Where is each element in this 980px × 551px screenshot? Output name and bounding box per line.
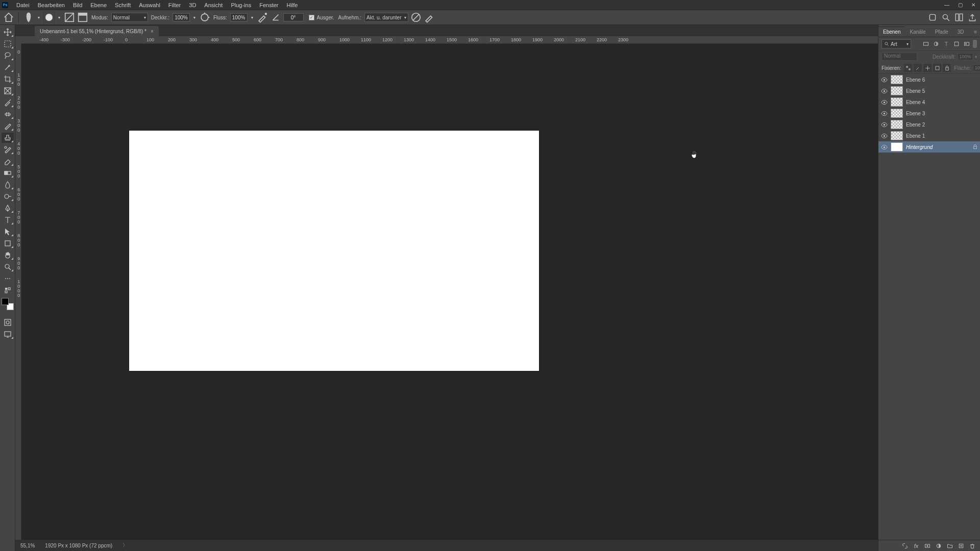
lock-nesting-button[interactable]: [933, 64, 941, 72]
visibility-eye-icon[interactable]: [880, 98, 888, 106]
pressure-opacity-button[interactable]: [199, 12, 210, 23]
brush-panel-button[interactable]: [77, 12, 88, 23]
ignore-adjustment-button[interactable]: [410, 12, 422, 23]
menu-ebene[interactable]: Ebene: [86, 1, 111, 9]
filter-smart-icon[interactable]: [963, 40, 971, 48]
layer-name[interactable]: Ebene 5: [906, 88, 925, 94]
menu-hilfe[interactable]: Hilfe: [282, 1, 302, 9]
blend-mode-select[interactable]: Normal▾: [111, 13, 148, 22]
panel-tab-ebenen[interactable]: Ebenen: [878, 27, 905, 37]
new-layer-button[interactable]: [958, 542, 965, 549]
frame-tool[interactable]: [2, 86, 14, 96]
menu-auswahl[interactable]: Auswahl: [135, 1, 164, 9]
layer-thumbnail[interactable]: [891, 109, 903, 118]
airbrush-button[interactable]: [257, 12, 268, 23]
filter-adjust-icon[interactable]: [932, 40, 940, 48]
blur-tool[interactable]: [2, 180, 14, 190]
angle-input[interactable]: [283, 13, 304, 21]
dropdown-icon[interactable]: ▾: [36, 15, 41, 20]
brush-preview[interactable]: [43, 12, 55, 23]
menu-ansicht[interactable]: Ansicht: [200, 1, 227, 9]
window-minimize-button[interactable]: —: [940, 0, 953, 10]
panel-tab-kanäle[interactable]: Kanäle: [905, 27, 930, 37]
window-maximize-button[interactable]: ▢: [953, 0, 967, 10]
layer-mask-button[interactable]: [924, 542, 931, 549]
canvas-background[interactable]: [21, 44, 878, 540]
home-button[interactable]: [3, 12, 14, 23]
history-brush-tool[interactable]: [2, 144, 14, 155]
layer-name[interactable]: Ebene 1: [906, 133, 925, 139]
panel-menu-button[interactable]: ≡: [971, 27, 980, 37]
layer-row[interactable]: Ebene 6: [878, 74, 980, 85]
layer-row[interactable]: Ebene 5: [878, 85, 980, 96]
flow-input[interactable]: [230, 13, 248, 21]
visibility-eye-icon[interactable]: [880, 121, 888, 128]
cloud-docs-button[interactable]: [928, 13, 937, 22]
zoom-tool[interactable]: [2, 262, 14, 272]
visibility-eye-icon[interactable]: [880, 143, 888, 151]
lock-all-button[interactable]: [943, 64, 951, 72]
tool-preset-picker[interactable]: [23, 12, 34, 23]
layer-name[interactable]: Ebene 3: [906, 111, 925, 116]
layer-thumbnail[interactable]: [891, 131, 903, 140]
visibility-eye-icon[interactable]: [880, 76, 888, 83]
visibility-eye-icon[interactable]: [880, 87, 888, 94]
color-swatches[interactable]: [2, 298, 14, 310]
healing-tool[interactable]: [2, 109, 14, 119]
menu-bild[interactable]: Bild: [69, 1, 86, 9]
dropdown-icon[interactable]: ▾: [192, 15, 197, 20]
layer-thumbnail[interactable]: [891, 142, 903, 152]
layer-row[interactable]: Ebene 2: [878, 119, 980, 130]
layer-blend-select[interactable]: Normal: [881, 53, 917, 61]
eraser-tool[interactable]: [2, 156, 14, 166]
layer-name[interactable]: Ebene 2: [906, 122, 925, 128]
filter-pixel-icon[interactable]: [922, 40, 930, 48]
crop-tool[interactable]: [2, 74, 14, 84]
layer-filter-select[interactable]: Art▾: [881, 39, 911, 48]
document-tab[interactable]: Unbenannt-1 bei 55,1% (Hintergrund, RGB/…: [35, 26, 159, 36]
search-button[interactable]: [941, 13, 950, 22]
sample-select[interactable]: Akt. u. darunter▾: [364, 13, 408, 22]
menu-3d[interactable]: 3D: [185, 1, 200, 9]
adjustment-layer-button[interactable]: [935, 542, 942, 549]
visibility-eye-icon[interactable]: [880, 110, 888, 117]
wand-tool[interactable]: [2, 62, 14, 72]
layer-opacity-input[interactable]: [958, 53, 973, 60]
menu-fenster[interactable]: Fenster: [255, 1, 282, 9]
layer-thumbnail[interactable]: [891, 97, 903, 107]
window-close-button[interactable]: ✕: [967, 0, 980, 10]
lasso-tool[interactable]: [2, 51, 14, 61]
gradient-tool[interactable]: [2, 168, 14, 178]
close-tab-button[interactable]: ×: [151, 29, 154, 34]
layer-thumbnail[interactable]: [891, 86, 903, 95]
lock-position-button[interactable]: [923, 64, 932, 72]
layer-thumbnail[interactable]: [891, 75, 903, 84]
workspace-button[interactable]: [954, 13, 964, 22]
group-button[interactable]: [946, 542, 953, 549]
layer-fx-button[interactable]: fx: [913, 542, 920, 549]
opacity-input[interactable]: [173, 13, 190, 21]
pressure-size-button[interactable]: [424, 12, 435, 23]
brush-settings-button[interactable]: [64, 12, 75, 23]
delete-layer-button[interactable]: [969, 542, 976, 549]
quick-mask-button[interactable]: [2, 317, 14, 328]
fill-input[interactable]: [973, 64, 980, 71]
menu-datei[interactable]: Datei: [12, 1, 34, 9]
marquee-tool[interactable]: [2, 39, 14, 49]
filter-toggle[interactable]: [973, 40, 977, 48]
menu-filter[interactable]: Filter: [164, 1, 185, 9]
artboard[interactable]: [129, 131, 539, 371]
more-tools-button[interactable]: ⋯: [2, 273, 14, 284]
menu-schrift[interactable]: Schrift: [111, 1, 135, 9]
share-button[interactable]: [968, 13, 977, 22]
hand-tool[interactable]: [2, 250, 14, 260]
panel-tab-pfade[interactable]: Pfade: [930, 27, 953, 37]
filter-shape-icon[interactable]: [952, 40, 961, 48]
layer-name[interactable]: Ebene 6: [906, 77, 925, 83]
lock-transparency-button[interactable]: [904, 64, 912, 72]
layer-row[interactable]: Hintergrund: [878, 141, 980, 153]
aligned-checkbox[interactable]: ✓Ausger.: [309, 15, 335, 20]
layer-row[interactable]: Ebene 4: [878, 96, 980, 108]
layer-name[interactable]: Hintergrund: [906, 144, 933, 150]
layer-name[interactable]: Ebene 4: [906, 99, 925, 105]
